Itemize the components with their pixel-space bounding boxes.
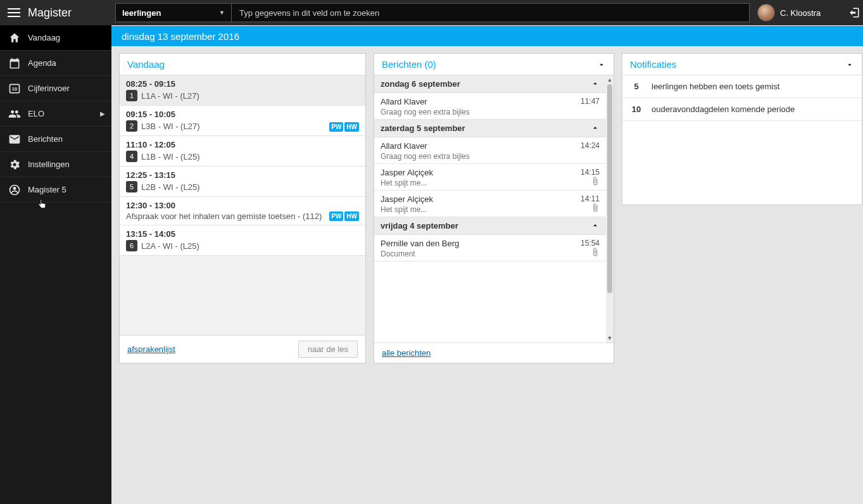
- collapse-icon[interactable]: [845, 60, 854, 69]
- agenda-icon: 7: [8, 56, 22, 70]
- attachment-icon: [591, 177, 600, 187]
- afsprakenlijst-link[interactable]: afsprakenlijst: [127, 344, 175, 354]
- message-body: Het spijt me...: [381, 205, 600, 214]
- schedule-desc: Afspraak voor het inhalen van gemiste to…: [126, 211, 359, 221]
- chevron-right-icon: ▶: [100, 110, 105, 117]
- notification-item[interactable]: 10ouderavonddagdelen komende periode: [622, 98, 862, 121]
- message-from: Jasper Alçiçek: [381, 168, 600, 177]
- notification-text: leerlingen hebben een toets gemist: [652, 82, 779, 91]
- date-bar: dinsdag 13 september 2016: [111, 25, 863, 47]
- berichten-icon: [8, 132, 22, 146]
- berichten-title: Berichten (0): [382, 59, 436, 70]
- attachment-icon: [591, 248, 600, 258]
- schedule-item[interactable]: 09:15 - 10:052L3B - WI - (L27)PWHW: [120, 106, 365, 136]
- message-day-header[interactable]: zondag 6 september: [374, 75, 606, 93]
- sidebar-item-magister5[interactable]: Magister 5: [0, 177, 111, 203]
- message-day-header[interactable]: vrijdag 4 september: [374, 217, 606, 235]
- sidebar-item-vandaag[interactable]: Vandaag: [0, 25, 111, 51]
- berichten-head: Berichten (0): [374, 54, 614, 75]
- svg-point-4: [13, 187, 16, 190]
- sidebar-item-instellingen[interactable]: Instellingen: [0, 152, 111, 177]
- notification-text: ouderavonddagdelen komende periode: [652, 104, 795, 114]
- logout-button[interactable]: [845, 7, 863, 18]
- collapse-icon[interactable]: [591, 123, 600, 132]
- collapse-icon[interactable]: [591, 79, 600, 88]
- message-item[interactable]: Pernille van den Berg15:54Document: [374, 235, 606, 261]
- message-item[interactable]: Allard Klaver11:47Graag nog een extra bi…: [374, 93, 606, 120]
- tag: PW: [329, 122, 343, 132]
- message-from: Allard Klaver: [381, 97, 600, 106]
- notification-count: 5: [630, 82, 643, 91]
- schedule-item[interactable]: 08:25 - 09:151L1A - WI - (L27): [120, 75, 365, 106]
- berichten-list: zondag 6 septemberAllard Klaver11:47Graa…: [374, 75, 614, 343]
- user-block[interactable]: C. Kloostra: [750, 4, 845, 22]
- hour-badge: 1: [126, 90, 137, 101]
- message-item[interactable]: Allard Klaver14:24Graag nog een extra bi…: [374, 137, 606, 164]
- sidebar-item-agenda[interactable]: 7Agenda: [0, 51, 111, 76]
- berichten-scroll[interactable]: zondag 6 septemberAllard Klaver11:47Graa…: [374, 75, 606, 343]
- schedule-item[interactable]: 11:10 - 12:054L1B - WI - (L25): [120, 136, 365, 167]
- brand-bar: Magister: [0, 0, 111, 25]
- message-day-header[interactable]: zaterdag 5 september: [374, 120, 606, 137]
- schedule-item[interactable]: 13:15 - 14:056L2A - WI - (L25): [120, 225, 365, 256]
- sidebar-item-label: Instellingen: [28, 160, 70, 169]
- vandaag-title: Vandaag: [120, 54, 365, 75]
- search-input[interactable]: [232, 3, 750, 22]
- search-select-label: leerlingen: [122, 8, 161, 18]
- tags: PWHW: [329, 211, 359, 221]
- schedule-time: 09:15 - 10:05: [126, 110, 359, 119]
- sidebar-item-cijferinvoer[interactable]: 10Cijferinvoer: [0, 76, 111, 101]
- alle-berichten-link[interactable]: alle berichten: [382, 348, 431, 358]
- sidebar-item-label: Cijferinvoer: [28, 84, 70, 93]
- message-item[interactable]: Jasper Alçiçek14:11Het spijt me...: [374, 191, 606, 217]
- message-from: Pernille van den Berg: [381, 239, 600, 248]
- scroll-thumb[interactable]: [607, 84, 612, 293]
- notificaties-head: Notificaties: [622, 54, 862, 75]
- hour-badge: 2: [126, 120, 137, 132]
- avatar: [757, 4, 775, 22]
- content: Vandaag 08:25 - 09:151L1A - WI - (L27)09…: [111, 47, 863, 504]
- tag: PW: [329, 211, 343, 221]
- main: leerlingen ▼ C. Kloostra dinsdag 13 sept…: [111, 0, 863, 504]
- sidebar: Magister Vandaag7Agenda10CijferinvoerELO…: [0, 0, 111, 504]
- message-time: 14:24: [581, 141, 600, 150]
- topbar: leerlingen ▼ C. Kloostra: [111, 0, 863, 25]
- notificaties-title: Notificaties: [630, 59, 676, 70]
- berichten-card: Berichten (0) zondag 6 septemberAllard K…: [374, 53, 614, 363]
- schedule-desc: 5L2B - WI - (L25): [126, 181, 359, 192]
- hour-badge: 5: [126, 181, 137, 192]
- scrollbar[interactable]: ▲ ▼: [606, 75, 614, 343]
- schedule-desc: 2L3B - WI - (L27): [126, 120, 359, 132]
- message-time: 14:15: [581, 168, 600, 177]
- naar-de-les-button[interactable]: naar de les: [298, 341, 358, 358]
- sidebar-item-berichten[interactable]: Berichten: [0, 127, 111, 152]
- collapse-icon[interactable]: [591, 221, 600, 230]
- message-body: Het spijt me...: [381, 179, 600, 187]
- message-day-label: zaterdag 5 september: [381, 123, 465, 133]
- message-day-label: vrijdag 4 september: [381, 221, 458, 230]
- vandaag-footer: afsprakenlijst naar de les: [120, 335, 365, 363]
- svg-text:7: 7: [13, 62, 16, 68]
- instellingen-icon: [8, 158, 22, 172]
- vandaag-card: Vandaag 08:25 - 09:151L1A - WI - (L27)09…: [119, 53, 366, 363]
- svg-text:10: 10: [12, 86, 17, 92]
- schedule-item[interactable]: 12:25 - 13:155L2B - WI - (L25): [120, 167, 365, 197]
- schedule-item[interactable]: 12:30 - 13:00Afspraak voor het inhalen v…: [120, 197, 365, 225]
- notificaties-card: Notificaties 5leerlingen hebben een toet…: [622, 53, 862, 205]
- menu-icon[interactable]: [8, 8, 20, 17]
- scroll-down-icon[interactable]: ▼: [606, 335, 614, 341]
- tags: PWHW: [329, 122, 359, 132]
- schedule-time: 12:25 - 13:15: [126, 170, 359, 180]
- schedule-desc: 4L1B - WI - (L25): [126, 151, 359, 162]
- scroll-up-icon[interactable]: ▲: [606, 77, 614, 83]
- notification-item[interactable]: 5leerlingen hebben een toets gemist: [622, 75, 862, 98]
- elo-icon: [8, 107, 22, 121]
- schedule-time: 13:15 - 14:05: [126, 229, 359, 239]
- schedule-time: 11:10 - 12:05: [126, 140, 359, 149]
- collapse-icon[interactable]: [597, 60, 606, 69]
- notification-count: 10: [630, 104, 643, 114]
- search-select[interactable]: leerlingen ▼: [115, 3, 232, 22]
- schedule-time: 12:30 - 13:00: [126, 201, 359, 210]
- message-item[interactable]: Jasper Alçiçek14:15Het spijt me...: [374, 164, 606, 191]
- sidebar-item-elo[interactable]: ELO▶: [0, 101, 111, 127]
